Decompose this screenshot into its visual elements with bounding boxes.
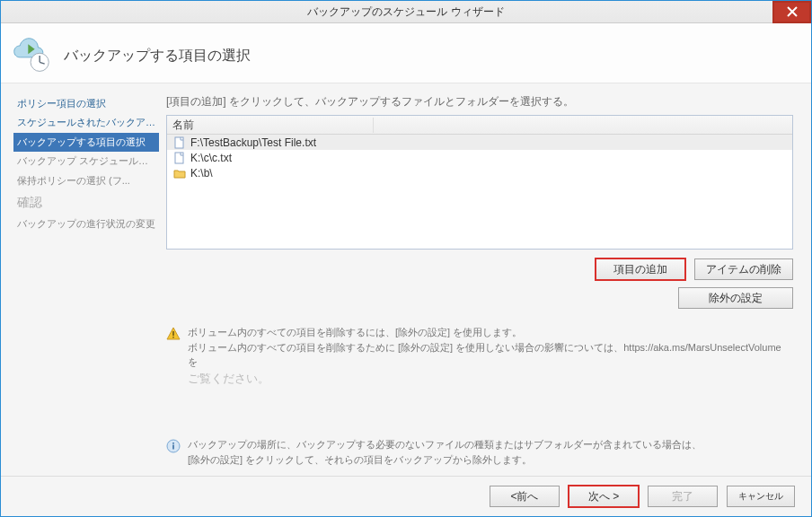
list-item[interactable]: K:\c\c.txt — [167, 150, 792, 165]
wizard-steps: ポリシー項目の選択 スケジュールされたバックアップの... バックアップする項目… — [1, 83, 163, 476]
wizard-footer: <前へ 次へ > 完了 キャンセル — [1, 476, 811, 516]
file-icon — [172, 136, 187, 149]
list-item[interactable]: K:\b\ — [167, 165, 792, 180]
close-icon — [787, 6, 798, 17]
step-schedule: バックアップ スケジュールの選択... — [13, 152, 159, 171]
step-scheduled-backup[interactable]: スケジュールされたバックアップの... — [13, 113, 159, 132]
item-path: F:\TestBackup\Test File.txt — [190, 136, 316, 149]
step-progress: バックアップの進行状況の変更 — [13, 215, 159, 233]
list-rows: F:\TestBackup\Test File.txt K:\c\c.txt K… — [167, 135, 792, 249]
warning-icon — [166, 327, 181, 341]
info-note: バックアップの場所に、バックアップする必要のないファイルの種類またはサブフォルダ… — [166, 437, 793, 467]
back-button[interactable]: <前へ — [490, 486, 560, 507]
close-button[interactable] — [772, 1, 811, 23]
item-buttons-row: 項目の追加 アイテムの削除 — [166, 258, 793, 280]
main-panel: [項目の追加] をクリックして、バックアップするファイルとフォルダーを選択する。… — [163, 83, 811, 476]
add-items-button[interactable]: 項目の追加 — [596, 258, 685, 280]
file-icon — [172, 152, 187, 164]
svg-rect-4 — [175, 153, 183, 163]
svg-rect-8 — [172, 445, 174, 450]
column-name[interactable]: 名前 — [167, 118, 374, 133]
body: ポリシー項目の選択 スケジュールされたバックアップの... バックアップする項目… — [1, 83, 811, 476]
step-select-items[interactable]: バックアップする項目の選択 — [13, 133, 159, 152]
cancel-button[interactable]: キャンセル — [727, 486, 795, 507]
finish-button: 完了 — [648, 486, 718, 507]
item-path: K:\c\c.txt — [190, 152, 232, 164]
list-item[interactable]: F:\TestBackup\Test File.txt — [167, 135, 792, 150]
warning-text: ボリューム内のすべての項目を削除するには、[除外の設定] を使用します。 ボリュ… — [188, 325, 793, 387]
svg-rect-5 — [172, 331, 173, 336]
titlebar: バックアップのスケジュール ウィザード — [1, 1, 811, 23]
info-icon — [166, 439, 181, 453]
window-title: バックアップのスケジュール ウィザード — [307, 4, 504, 20]
instruction-text: [項目の追加] をクリックして、バックアップするファイルとフォルダーを選択する。 — [166, 94, 793, 110]
backup-schedule-icon — [12, 36, 51, 75]
wizard-window: バックアップのスケジュール ウィザード バックアップする項目の選択 ポリシー項目… — [0, 0, 812, 517]
step-retention: 保持ポリシーの選択 (フ... — [13, 171, 159, 190]
folder-icon — [172, 167, 187, 180]
info-text: バックアップの場所に、バックアップする必要のないファイルの種類またはサブフォルダ… — [188, 437, 702, 467]
step-policy[interactable]: ポリシー項目の選択 — [13, 94, 159, 113]
header: バックアップする項目の選択 — [1, 23, 811, 83]
item-path: K:\b\ — [190, 167, 213, 180]
exclusion-settings-button[interactable]: 除外の設定 — [678, 287, 793, 309]
svg-rect-3 — [175, 137, 183, 148]
svg-rect-9 — [172, 443, 174, 444]
svg-rect-6 — [172, 337, 173, 337]
exclusion-button-row: 除外の設定 — [166, 287, 793, 309]
list-header: 名前 — [167, 116, 792, 135]
page-title: バックアップする項目の選択 — [64, 47, 251, 66]
remove-items-button[interactable]: アイテムの削除 — [694, 258, 793, 280]
next-button[interactable]: 次へ > — [569, 486, 639, 507]
step-confirm: 確認 — [13, 190, 159, 215]
items-listbox[interactable]: 名前 F:\TestBackup\Test File.txt K:\c\c.tx… — [166, 115, 793, 250]
warning-note: ボリューム内のすべての項目を削除するには、[除外の設定] を使用します。 ボリュ… — [166, 325, 793, 387]
